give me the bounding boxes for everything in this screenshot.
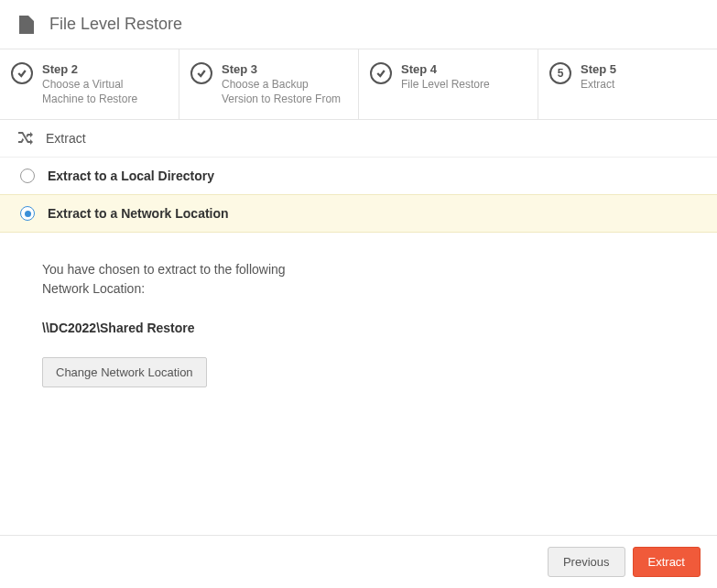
option-label: Extract to a Local Directory xyxy=(48,169,214,183)
wizard-steps: Step 2 Choose a Virtual Machine to Resto… xyxy=(0,49,717,120)
network-path: \\DC2022\Shared Restore xyxy=(42,321,675,335)
check-icon xyxy=(11,62,33,84)
step-title: Step 5 xyxy=(581,62,616,76)
check-icon xyxy=(190,62,212,84)
shuffle-icon xyxy=(18,132,33,145)
section-title: Extract xyxy=(46,131,86,146)
page-title: File Level Restore xyxy=(49,15,182,34)
info-text: You have chosen to extract to the follow… xyxy=(42,260,675,299)
step-2[interactable]: Step 2 Choose a Virtual Machine to Resto… xyxy=(0,49,179,119)
extract-button[interactable]: Extract xyxy=(633,547,701,577)
radio-icon xyxy=(20,169,35,183)
previous-button[interactable]: Previous xyxy=(548,547,625,577)
step-desc: File Level Restore xyxy=(401,78,490,93)
step-3[interactable]: Step 3 Choose a Backup Version to Restor… xyxy=(179,49,359,119)
step-desc: Choose a Virtual Machine to Restore xyxy=(42,78,168,106)
step-desc: Choose a Backup Version to Restore From xyxy=(222,78,347,106)
check-icon xyxy=(370,62,392,84)
step-title: Step 2 xyxy=(42,62,168,76)
footer: Previous Extract xyxy=(0,535,717,588)
change-network-location-button[interactable]: Change Network Location xyxy=(42,357,207,387)
step-number-icon: 5 xyxy=(549,62,571,84)
document-icon xyxy=(18,16,35,34)
page-header: File Level Restore xyxy=(0,0,717,49)
step-4[interactable]: Step 4 File Level Restore xyxy=(359,49,538,119)
step-5[interactable]: 5 Step 5 Extract xyxy=(538,49,717,119)
section-header: Extract xyxy=(0,120,717,158)
option-label: Extract to a Network Location xyxy=(48,206,229,221)
step-title: Step 4 xyxy=(401,62,490,76)
option-extract-network[interactable]: Extract to a Network Location xyxy=(0,194,717,233)
step-desc: Extract xyxy=(581,78,616,93)
content-panel: You have chosen to extract to the follow… xyxy=(0,233,717,415)
step-title: Step 3 xyxy=(222,62,347,76)
radio-icon xyxy=(20,206,35,221)
option-extract-local[interactable]: Extract to a Local Directory xyxy=(0,158,717,194)
